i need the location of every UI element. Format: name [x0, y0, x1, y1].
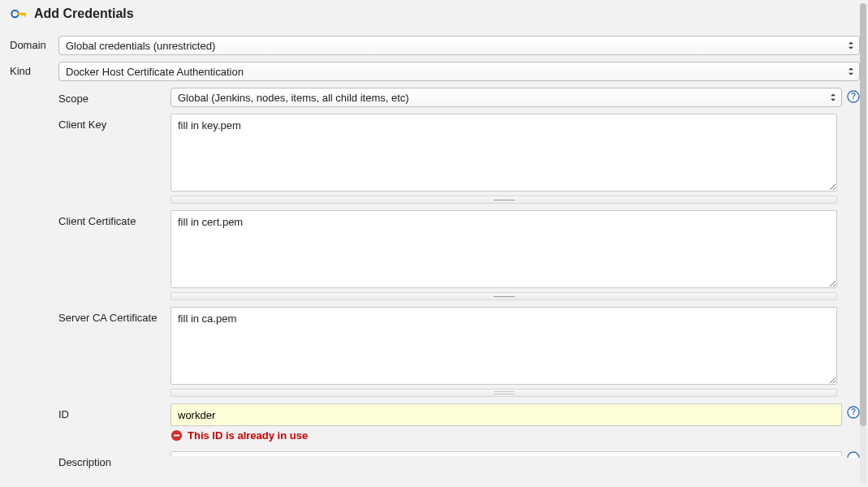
row-client-key: Client Key — [58, 114, 860, 204]
description-label: Description — [58, 448, 171, 468]
updown-caret-icon — [830, 93, 836, 101]
id-label: ID — [58, 403, 171, 420]
updown-caret-icon — [848, 41, 854, 50]
page-title: Add Credentials — [34, 6, 134, 21]
server-ca-textarea[interactable] — [171, 307, 837, 385]
id-error: This ID is already in use — [171, 429, 842, 442]
client-certificate-textarea[interactable] — [171, 210, 837, 288]
page-header: Add Credentials — [10, 6, 860, 21]
domain-label: Domain — [10, 36, 58, 51]
domain-select-value: Global credentials (unrestricted) — [66, 40, 215, 52]
scope-select-value: Global (Jenkins, nodes, items, all child… — [178, 92, 409, 104]
row-kind: Kind Docker Host Certificate Authenticat… — [10, 62, 860, 81]
resize-handle[interactable] — [171, 389, 837, 397]
kind-select-value: Docker Host Certificate Authentication — [66, 66, 244, 78]
client-key-textarea[interactable] — [171, 114, 837, 192]
description-input[interactable] — [171, 451, 842, 456]
domain-select[interactable]: Global credentials (unrestricted) — [58, 36, 860, 55]
svg-point-0 — [11, 11, 18, 17]
scope-select[interactable]: Global (Jenkins, nodes, items, all child… — [171, 88, 842, 107]
row-server-ca: Server CA Certificate — [58, 307, 860, 397]
page-scrollbar[interactable] — [860, 3, 866, 472]
row-scope: Scope Global (Jenkins, nodes, items, all… — [58, 88, 860, 107]
updown-caret-icon — [848, 67, 854, 75]
resize-handle[interactable] — [171, 292, 837, 300]
svg-rect-3 — [21, 13, 23, 16]
kind-label: Kind — [10, 62, 58, 77]
kind-select[interactable]: Docker Host Certificate Authentication — [58, 62, 860, 81]
id-error-text: This ID is already in use — [188, 429, 308, 442]
row-description: Description — [58, 448, 860, 468]
help-icon[interactable]: ? — [847, 406, 860, 419]
error-icon — [171, 429, 183, 442]
server-ca-label: Server CA Certificate — [58, 307, 171, 324]
kind-details: Scope Global (Jenkins, nodes, items, all… — [58, 88, 860, 468]
svg-text:?: ? — [851, 92, 856, 101]
scope-label: Scope — [58, 88, 171, 105]
client-key-label: Client Key — [58, 114, 171, 131]
row-id: ID This ID is already in use ? — [58, 403, 860, 442]
resize-handle[interactable] — [171, 196, 837, 204]
help-icon[interactable] — [847, 448, 860, 461]
scrollbar-thumb[interactable] — [860, 3, 866, 426]
id-input[interactable] — [171, 403, 842, 426]
svg-rect-2 — [24, 13, 26, 17]
row-domain: Domain Global credentials (unrestricted) — [10, 36, 860, 55]
client-certificate-label: Client Certificate — [58, 210, 171, 227]
row-client-certificate: Client Certificate — [58, 210, 860, 300]
help-icon[interactable]: ? — [847, 90, 860, 103]
svg-text:?: ? — [851, 407, 856, 416]
credentials-key-icon — [10, 6, 28, 21]
svg-rect-7 — [174, 434, 179, 436]
